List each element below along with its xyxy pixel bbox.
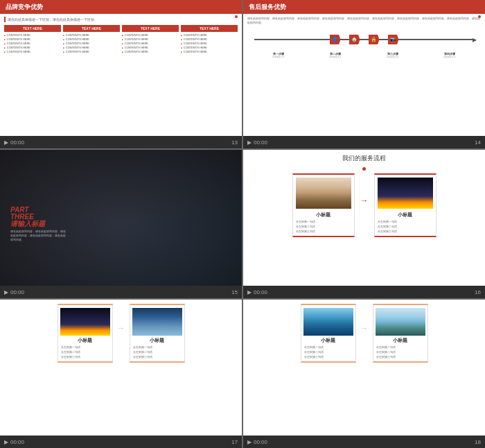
step3-icon: 🔒: [369, 35, 380, 44]
list-item: 分左到第三句话: [376, 355, 425, 359]
slide16-card-2: 小标题 分左到第一句话 分左到第二句话 分左到第三句话: [374, 173, 436, 237]
slide18-card-2: 小标题 分左到第一句话 分左到第二句话 分左到第三句话: [373, 304, 428, 363]
slide16-footer-time: ▶ 00:00: [247, 289, 267, 295]
slide13-col-1: TEXT HERE CONTENTS HERE CONTENTS HERE CO…: [4, 25, 61, 54]
slide17-card2-image: [132, 308, 182, 336]
slide-13: 品牌竞争优势 请在此处具体描述一下区别，请在此处具体描述一下区别。 TEXT H…: [0, 0, 242, 148]
slide18-card2-title: 小标题: [393, 337, 407, 344]
slide16-body: 我们的服务流程 小标题 分左到第一句话 分左到第二句话 分左到第三句话 → 小标…: [243, 150, 485, 251]
slide13-number: 13: [231, 139, 238, 146]
list-item: 分左到第三句话: [304, 355, 353, 359]
slide13-footer: ▶ 00:00 13: [0, 136, 242, 148]
list-item: 分左到第一句话: [304, 345, 353, 349]
timeline-step-3: 🔒: [369, 35, 380, 44]
slide13-col-3: TEXT HERE CONTENTS HERE CONTENTS HERE CO…: [122, 25, 179, 54]
list-item: 分左到第二句话: [304, 350, 353, 354]
list-item: 分左到第二句话: [378, 225, 433, 228]
list-item: 分左到第一句话: [61, 345, 109, 349]
slide16-footer: ▶ 00:00 16: [243, 286, 485, 298]
list-item: CONTENTS HERE: [181, 50, 238, 53]
slide17-card1-title: 小标题: [78, 337, 92, 344]
slide18-card2-image: [376, 308, 425, 336]
slide15-desc: 请在此处填写内容，请在此处填写内容，请在此处填写内容，请在此处填写内容，请在此处…: [10, 230, 66, 242]
slide16-card-1: 小标题 分左到第一句话 分左到第二句话 分左到第三句话: [292, 173, 355, 237]
slide17-card2-title: 小标题: [150, 337, 164, 344]
list-item: CONTENTS HERE: [63, 42, 120, 45]
slide18-card1-title: 小标题: [321, 337, 335, 344]
slide15-footer: ▶ 00:00 15: [0, 286, 242, 298]
slide13-subtitle: 请在此处具体描述一下区别，请在此处具体描述一下区别。: [4, 17, 238, 22]
list-item: CONTENTS HERE: [122, 37, 179, 41]
slide-14: 售后服务优势 请在此处填写内容，请在此处填写内容，请在此处填写内容，请在此处填写…: [243, 0, 485, 148]
list-item: 分左到第二句话: [133, 350, 182, 354]
slide15-footer-time: ▶ 00:00: [4, 289, 24, 295]
slide16-card1-title: 小标题: [316, 212, 330, 218]
slide13-col2-header: TEXT HERE: [63, 25, 120, 32]
slide18-card1-image: [303, 308, 353, 336]
slide13-col3-header: TEXT HERE: [122, 25, 179, 32]
slide17-card-2: 小标题 分左到第一句话 分左到第二句话 分左到第三句话: [130, 304, 185, 363]
slide18-card-1: 小标题 分左到第一句话 分左到第二句话 分左到第三句话: [301, 304, 356, 363]
timeline-labels: 第一步骤 具体描述文字 第二步骤 具体描述文字 第三步骤 具体描述文字 第四步骤…: [247, 53, 481, 58]
slide16-arrow: →: [360, 196, 369, 205]
list-item: 分左到第二句话: [376, 350, 425, 354]
play-icon: ▶: [247, 439, 252, 445]
slide14-dot: [478, 15, 481, 18]
play-icon: ▶: [4, 439, 8, 445]
list-item: CONTENTS HERE: [4, 42, 61, 45]
slide-grid: 品牌竞争优势 请在此处具体描述一下区别，请在此处具体描述一下区别。 TEXT H…: [0, 0, 485, 448]
list-item: 分左到第三句话: [61, 355, 109, 359]
slide-18: 小标题 分左到第一句话 分左到第二句话 分左到第三句话 → 小标题 分左到第一句…: [243, 300, 485, 448]
slide17-arrow: →: [117, 323, 125, 333]
play-icon: ▶: [4, 289, 8, 295]
slide13-col1-header: TEXT HERE: [4, 25, 61, 32]
list-item: CONTENTS HERE: [181, 33, 238, 37]
list-item: CONTENTS HERE: [4, 37, 61, 41]
slide14-body: 请在此处填写内容，请在此处填写内容，请在此处填写内容，请在此处填写内容，请在此处…: [243, 14, 485, 72]
timeline-step-4: 📷: [388, 35, 399, 44]
slide18-footer-time: ▶ 00:00: [247, 439, 267, 445]
slide16-card1-image: [296, 178, 351, 209]
list-item: CONTENTS HERE: [181, 46, 238, 49]
slide16-title: 我们的服务流程: [249, 154, 479, 163]
list-item: CONTENTS HERE: [63, 37, 120, 41]
list-item: 分左到第一句话: [296, 220, 351, 223]
slide14-header: 售后服务优势: [243, 0, 485, 14]
list-item: 分左到第一句话: [133, 345, 182, 349]
slide17-footer: ▶ 00:00 17: [0, 436, 242, 448]
play-icon: ▶: [247, 289, 252, 295]
timeline-label-1: 第一步骤 具体描述文字: [272, 53, 285, 58]
play-icon: ▶: [247, 139, 252, 146]
slide15-part-label: PART THREE 请输入标题: [10, 207, 66, 227]
list-item: 分左到第三句话: [296, 230, 351, 233]
timeline-items: 👤 🏠 🔒 📷: [330, 35, 399, 44]
slide13-columns: TEXT HERE CONTENTS HERE CONTENTS HERE CO…: [4, 25, 238, 54]
list-item: 分左到第一句话: [378, 220, 433, 223]
slide18-arrow: →: [360, 323, 369, 333]
timeline-step-2: 🏠: [349, 35, 360, 44]
slide-16: 我们的服务流程 小标题 分左到第一句话 分左到第二句话 分左到第三句话 → 小标…: [243, 150, 485, 298]
slide13-col-2: TEXT HERE CONTENTS HERE CONTENTS HERE CO…: [63, 25, 120, 54]
timeline-label-2: 第二步骤 具体描述文字: [329, 53, 342, 58]
list-item: CONTENTS HERE: [4, 46, 61, 49]
slide16-dot: [362, 167, 366, 171]
list-item: 分左到第一句话: [376, 345, 425, 349]
slide17-number: 17: [231, 439, 238, 445]
play-icon: ▶: [4, 139, 8, 146]
list-item: CONTENTS HERE: [4, 33, 61, 37]
list-item: CONTENTS HERE: [181, 37, 238, 41]
list-item: CONTENTS HERE: [122, 46, 179, 49]
slide13-title: 品牌竞争优势: [6, 3, 43, 12]
slide13-body: 请在此处具体描述一下区别，请在此处具体描述一下区别。 TEXT HERE CON…: [0, 14, 242, 68]
list-item: CONTENTS HERE: [63, 46, 120, 49]
timeline-arrow: ▶: [473, 37, 477, 43]
timeline-step-1: 👤: [330, 35, 341, 44]
slide14-title: 售后服务优势: [249, 3, 286, 12]
slide17-cards: 小标题 分左到第一句话 分左到第二句话 分左到第三句话 → 小标题 分左到第一句…: [6, 304, 236, 363]
list-item: CONTENTS HERE: [122, 33, 179, 37]
slide17-footer-time: ▶ 00:00: [4, 439, 24, 445]
slide13-footer-time: ▶ 00:00: [4, 139, 24, 146]
slide16-number: 16: [475, 289, 481, 295]
slide18-cards: 小标题 分左到第一句话 分左到第二句话 分左到第三句话 → 小标题 分左到第一句…: [249, 304, 479, 363]
slide-17: 小标题 分左到第一句话 分左到第二句话 分左到第三句话 → 小标题 分左到第一句…: [0, 300, 242, 448]
